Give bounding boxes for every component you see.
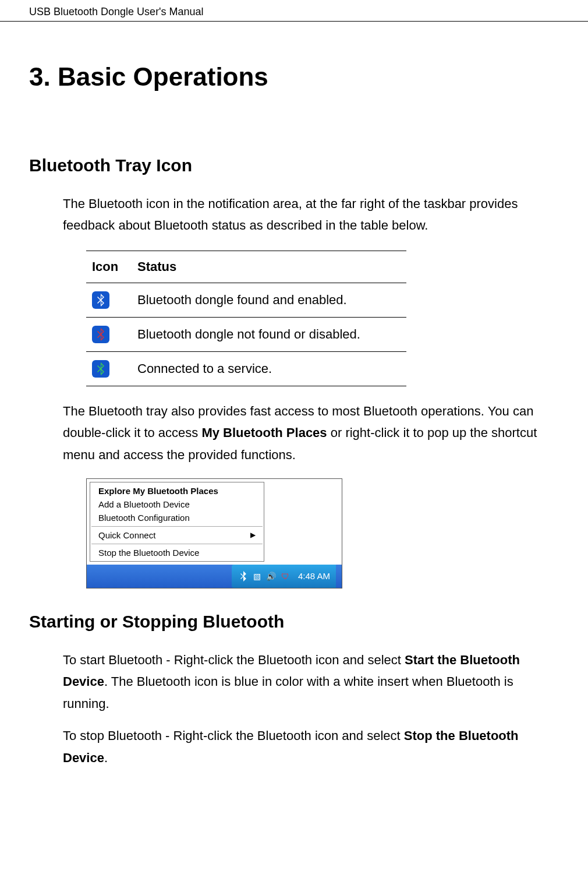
taskbar: ▧ 🔊 🛡 4:48 AM [87,565,342,588]
menu-item-add-device[interactable]: Add a Bluetooth Device [90,498,264,511]
context-menu: Explore My Bluetooth Places Add a Blueto… [90,482,264,562]
start-bluetooth-para: To start Bluetooth - Right-click the Blu… [63,649,559,714]
table-cell-status: Connected to a service. [132,351,406,386]
menu-item-explore[interactable]: Explore My Bluetooth Places [90,484,264,498]
submenu-arrow-icon: ▶ [250,531,256,539]
tray-clock[interactable]: 4:48 AM [293,571,330,581]
table-row: Connected to a service. [86,351,406,386]
table-row: Bluetooth dongle not found or disabled. [86,317,406,351]
bluetooth-disabled-icon [92,326,109,343]
menu-item-quick-connect[interactable]: Quick Connect▶ [90,528,264,542]
stop-bluetooth-para: To stop Bluetooth - Right-click the Blue… [63,725,559,769]
tray-bluetooth-icon[interactable] [238,570,249,582]
tray-volume-icon[interactable]: 🔊 [265,570,277,582]
menu-separator [91,526,263,527]
bluetooth-enabled-icon [92,291,109,309]
table-header-status: Status [132,251,406,283]
table-row: Bluetooth dongle found and enabled. [86,283,406,317]
context-menu-screenshot: Explore My Bluetooth Places Add a Blueto… [86,478,342,588]
system-tray: ▧ 🔊 🛡 4:48 AM [232,565,336,588]
table-cell-status: Bluetooth dongle not found or disabled. [132,317,406,351]
tray-icon-intro: The Bluetooth icon in the notification a… [63,193,559,237]
tray-shield-icon[interactable]: 🛡 [279,570,291,582]
chapter-title: 3. Basic Operations [29,62,559,91]
table-cell-status: Bluetooth dongle found and enabled. [132,283,406,317]
menu-item-stop-device[interactable]: Stop the Bluetooth Device [90,546,264,559]
tray-icon-operations-para: The Bluetooth tray also provides fast ac… [63,400,559,466]
bluetooth-connected-icon [92,360,109,378]
menu-separator [91,544,263,544]
tray-network-icon[interactable]: ▧ [252,570,263,582]
menu-item-configuration[interactable]: Bluetooth Configuration [90,511,264,524]
table-header-icon: Icon [86,251,132,283]
section-title-start-stop: Starting or Stopping Bluetooth [29,612,559,632]
page-header: USB Bluetooth Dongle User's Manual [0,0,588,22]
icon-status-table: Icon Status Bluetooth dongle found and e… [86,251,406,386]
section-title-tray-icon: Bluetooth Tray Icon [29,156,559,175]
